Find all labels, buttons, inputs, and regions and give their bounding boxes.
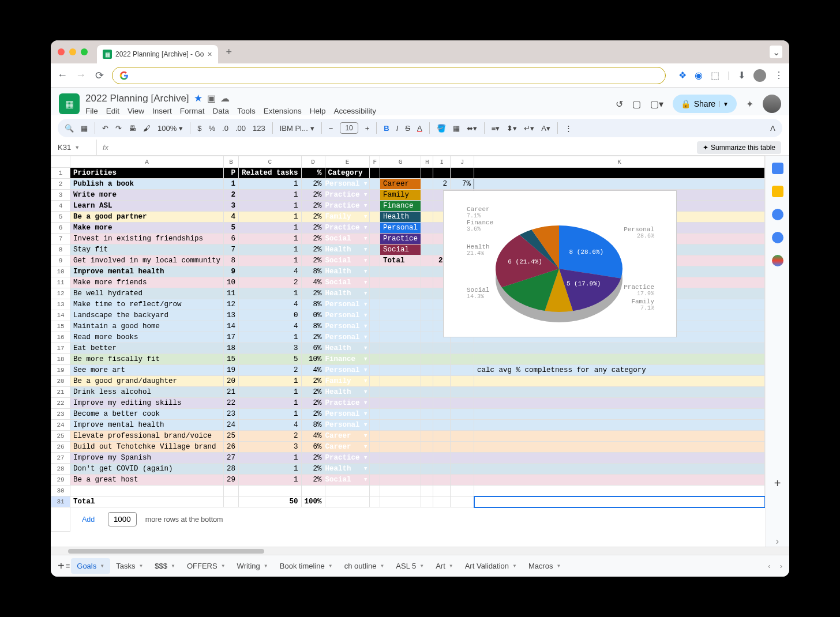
row-header[interactable]: 14 bbox=[51, 310, 70, 321]
table-row[interactable]: 25 Elevate professional brand/voice 25 2… bbox=[51, 431, 765, 442]
category-chip[interactable]: Practice bbox=[325, 191, 370, 199]
sheet-tab[interactable]: Goals▼ bbox=[71, 558, 110, 574]
row-header[interactable]: 29 bbox=[51, 475, 70, 486]
sheet-tab[interactable]: $$$▼ bbox=[149, 558, 181, 574]
spreadsheet-grid[interactable]: ABCDEFGHIJK1 Priorities P Related tasks … bbox=[51, 156, 765, 547]
menu-format[interactable]: Format bbox=[180, 107, 205, 115]
merge-icon[interactable]: ⬌▾ bbox=[467, 124, 477, 133]
row-header[interactable]: 11 bbox=[51, 277, 70, 288]
table-row[interactable]: 2 Publish a book 1 1 2% Personal Career2… bbox=[51, 179, 765, 190]
sheet-tab[interactable]: OFFERS▼ bbox=[181, 558, 231, 574]
maximize-window-icon[interactable] bbox=[81, 48, 88, 55]
browser-profile-avatar[interactable] bbox=[753, 69, 766, 82]
paint-format-icon[interactable]: 🖌 bbox=[143, 124, 151, 133]
currency-icon[interactable]: $ bbox=[197, 124, 201, 133]
category-chip[interactable]: Personal bbox=[325, 300, 370, 308]
new-tab-button[interactable]: + bbox=[226, 46, 232, 58]
tasks-icon[interactable] bbox=[772, 209, 783, 220]
maps-icon[interactable] bbox=[772, 255, 783, 266]
category-chip[interactable]: Personal bbox=[325, 410, 370, 418]
table-row[interactable]: 21 Drink less alcohol 21 1 2% Health bbox=[51, 387, 765, 398]
doc-title[interactable]: 2022 Planning [Archive] bbox=[85, 93, 189, 104]
browser-tab[interactable]: ▦ 2022 Planning [Archive] - Go × bbox=[97, 45, 218, 63]
address-bar[interactable] bbox=[112, 67, 666, 84]
table-row[interactable]: 18 Be more fiscally fit 15 5 10% Finance bbox=[51, 354, 765, 365]
menu-help[interactable]: Help bbox=[310, 107, 326, 115]
row-header[interactable]: 26 bbox=[51, 442, 70, 453]
font-size-decrease[interactable]: − bbox=[329, 124, 333, 133]
category-chip[interactable]: Health bbox=[325, 344, 370, 352]
strike-icon[interactable]: S bbox=[405, 124, 410, 133]
decimal-decrease-icon[interactable]: .0 bbox=[222, 124, 228, 133]
category-chip[interactable]: Health bbox=[325, 246, 370, 254]
category-chip[interactable]: Personal bbox=[325, 311, 370, 319]
tab-close-icon[interactable]: × bbox=[207, 50, 212, 59]
category-chip[interactable]: Health bbox=[325, 289, 370, 298]
collapse-toolbar-icon[interactable]: ᐱ bbox=[770, 124, 775, 133]
table-row[interactable]: 19 See more art 19 2 4% Personal calc av… bbox=[51, 365, 765, 376]
add-rows-button[interactable]: Add bbox=[82, 516, 95, 524]
col-header-H[interactable]: H bbox=[421, 156, 433, 168]
row-header[interactable]: 2 bbox=[51, 179, 70, 190]
table-row[interactable]: 20 Be a good grand/daughter 20 1 2% Fami… bbox=[51, 376, 765, 387]
row-header[interactable]: 18 bbox=[51, 354, 70, 365]
horizontal-scrollbar[interactable] bbox=[51, 547, 789, 555]
row-header[interactable]: 22 bbox=[51, 398, 70, 409]
category-chip[interactable]: Personal bbox=[325, 366, 370, 374]
menu-file[interactable]: File bbox=[85, 107, 98, 115]
sheet-tab[interactable]: Macros▼ bbox=[523, 558, 567, 574]
bold-icon[interactable]: B bbox=[384, 124, 389, 133]
more-icon[interactable]: ⋮ bbox=[565, 124, 572, 133]
summarize-button[interactable]: ✦ Summarize this table bbox=[697, 141, 781, 154]
forward-icon[interactable]: → bbox=[75, 69, 87, 81]
category-chip[interactable]: Social bbox=[325, 279, 370, 287]
table-row[interactable]: 24 Improve mental health 24 4 8% Persona… bbox=[51, 420, 765, 431]
pie-chart[interactable]: 8 (28.6%)5 (17.9%)6 (21.4%)Personal28.6%… bbox=[443, 190, 677, 337]
browser-menu-icon[interactable]: ⋮ bbox=[774, 70, 783, 81]
close-window-icon[interactable] bbox=[58, 48, 65, 55]
fill-color-icon[interactable]: 🪣 bbox=[437, 124, 446, 133]
row-header[interactable]: 6 bbox=[51, 223, 70, 234]
reload-icon[interactable]: ⟳ bbox=[93, 69, 105, 82]
table-row[interactable]: 27 Improve my Spanish 27 1 2% Practice bbox=[51, 453, 765, 464]
sheet-tab[interactable]: Tasks▼ bbox=[110, 558, 149, 574]
font-size-increase[interactable]: + bbox=[365, 124, 370, 133]
font-select[interactable]: IBM Pl... ▾ bbox=[280, 124, 314, 133]
col-header-J[interactable]: J bbox=[451, 156, 474, 168]
italic-icon[interactable]: I bbox=[396, 124, 399, 133]
zoom-select[interactable]: 100% ▾ bbox=[158, 124, 183, 133]
category-chip[interactable]: Personal bbox=[325, 322, 370, 330]
history-icon[interactable]: ↺ bbox=[616, 99, 623, 110]
col-header-A[interactable]: A bbox=[70, 156, 223, 168]
meet-icon[interactable]: ▢▾ bbox=[650, 99, 663, 110]
print-icon[interactable]: 🖶 bbox=[129, 124, 136, 133]
add-rows-count-input[interactable] bbox=[108, 512, 137, 526]
undo-icon[interactable]: ↶ bbox=[102, 124, 108, 133]
menu-data[interactable]: Data bbox=[213, 107, 230, 115]
row-header[interactable]: 16 bbox=[51, 332, 70, 343]
cloud-status-icon[interactable]: ☁ bbox=[220, 93, 230, 104]
add-sheet-icon[interactable]: + bbox=[58, 559, 65, 573]
category-chip[interactable]: Finance bbox=[325, 355, 370, 363]
col-header-D[interactable]: D bbox=[301, 156, 325, 168]
tab-scroll-right-icon[interactable]: › bbox=[780, 562, 782, 570]
tab-scroll-left-icon[interactable]: ‹ bbox=[768, 562, 770, 570]
category-chip[interactable]: Practice bbox=[325, 454, 370, 462]
menu-tools[interactable]: Tools bbox=[237, 107, 256, 115]
extension-icon[interactable]: ❖ bbox=[678, 70, 687, 81]
row-header[interactable]: 28 bbox=[51, 464, 70, 475]
category-chip[interactable]: Personal bbox=[325, 180, 370, 188]
row-header[interactable]: 4 bbox=[51, 201, 70, 212]
star-icon[interactable]: ★ bbox=[194, 92, 202, 104]
category-chip[interactable]: Family bbox=[325, 213, 370, 221]
table-row[interactable]: 22 Improve my editing skills 22 1 2% Pra… bbox=[51, 398, 765, 409]
col-header-F[interactable]: F bbox=[370, 156, 380, 168]
toolbar-icon[interactable]: ▦ bbox=[81, 124, 88, 133]
row-header[interactable]: 9 bbox=[51, 255, 70, 266]
back-icon[interactable]: ← bbox=[57, 69, 68, 81]
category-chip[interactable]: Social bbox=[325, 235, 370, 243]
wrap-icon[interactable]: ↵▾ bbox=[524, 124, 534, 133]
decimal-increase-icon[interactable]: .00 bbox=[235, 124, 246, 133]
menu-extensions[interactable]: Extensions bbox=[264, 107, 302, 115]
extension-icon[interactable]: ◉ bbox=[695, 70, 703, 81]
